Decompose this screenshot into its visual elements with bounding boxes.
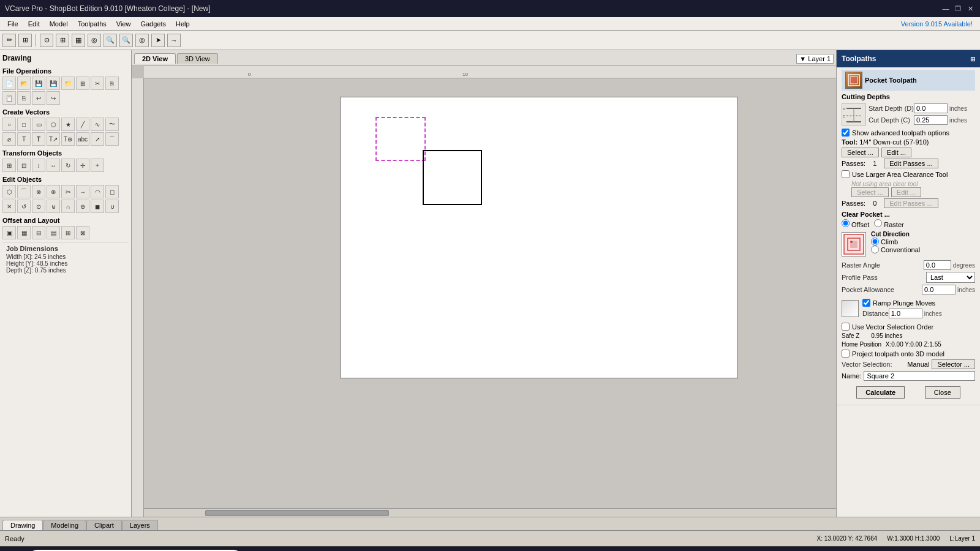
tool-join[interactable]: ⊕ <box>47 185 60 198</box>
area-select-btn[interactable]: Select ... <box>851 187 889 197</box>
ramp-checkbox[interactable] <box>862 299 870 307</box>
toolbar-arrow[interactable]: ➤ <box>151 34 165 47</box>
ramp-distance-input[interactable] <box>889 309 922 318</box>
toolbar-grid2[interactable]: ▦ <box>72 34 85 47</box>
toolbar-zoom2[interactable]: 🔍 <box>119 34 133 47</box>
menu-file[interactable]: File <box>2 19 23 29</box>
tool-paste[interactable]: 📋 <box>2 91 16 105</box>
tool-intersect[interactable]: ∩ <box>61 200 75 213</box>
show-advanced-checkbox[interactable] <box>842 129 850 137</box>
tool-import[interactable]: ⊞ <box>76 77 89 90</box>
pocket-allowance-input[interactable] <box>922 285 956 294</box>
climb-radio[interactable] <box>871 238 879 246</box>
tool-text[interactable]: T <box>17 132 31 146</box>
menu-edit[interactable]: Edit <box>23 19 45 29</box>
toolpaths-options[interactable]: ⊞ <box>970 56 975 62</box>
tab-modeling[interactable]: Modeling <box>43 520 86 530</box>
toolbar-grid[interactable]: ⊞ <box>18 34 32 47</box>
tool-text-bold[interactable]: T <box>32 132 45 146</box>
tool-circle[interactable]: ○ <box>2 118 16 131</box>
tool-rotate[interactable]: ↻ <box>61 159 75 172</box>
tool-text-path[interactable]: T↗ <box>47 132 60 146</box>
scroll-thumb-h[interactable] <box>205 510 389 516</box>
scrollbar-horizontal[interactable] <box>144 508 836 517</box>
tool-cut[interactable]: ✂ <box>91 77 104 90</box>
start-depth-input[interactable] <box>914 103 948 113</box>
tool-array[interactable]: ▤ <box>47 226 60 239</box>
use-larger-area-checkbox[interactable] <box>842 170 850 178</box>
layer-selector[interactable]: ▼ Layer 1 <box>796 54 834 64</box>
toolbar-snap2[interactable]: ⊞ <box>56 34 69 47</box>
taskbar-chrome[interactable]: ● <box>295 548 317 552</box>
raster-angle-input[interactable] <box>924 260 951 270</box>
start-button[interactable] <box>2 548 27 552</box>
tool-chamfer[interactable]: ◻ <box>105 185 119 198</box>
tab-clipart[interactable]: Clipart <box>86 520 122 530</box>
maximize-button[interactable]: ❐ <box>953 4 963 13</box>
tool-offset[interactable]: ⊙ <box>32 200 45 213</box>
tool-wavy[interactable]: 〜 <box>105 118 119 131</box>
tool-copies[interactable]: ⊞ <box>61 226 75 239</box>
menu-help[interactable]: Help <box>171 19 195 29</box>
tool-smooth[interactable]: ⌒ <box>17 185 31 198</box>
tool-union[interactable]: ∪ <box>105 200 119 213</box>
raster-radio[interactable] <box>874 219 882 227</box>
tool-fillet[interactable]: ◠ <box>91 185 104 198</box>
tool-spiral[interactable]: ⌀ <box>2 132 16 146</box>
tool-grid3[interactable]: ▦ <box>17 226 31 239</box>
tool-rect2[interactable]: ▭ <box>32 118 45 131</box>
toolbar-zoom3[interactable]: ◎ <box>135 34 149 47</box>
taskbar-app1[interactable]: 📅 <box>369 548 391 552</box>
taskbar-app3[interactable]: 🐾 <box>442 548 464 552</box>
vector-selection-order-checkbox[interactable] <box>842 323 850 331</box>
tool-shrink[interactable]: ↔ <box>47 159 60 172</box>
tool-extend[interactable]: → <box>76 185 89 198</box>
tool-group[interactable]: ⊞ <box>2 159 16 172</box>
tool-del[interactable]: ✕ <box>2 200 16 213</box>
area-edit-passes-btn[interactable]: Edit Passes ... <box>884 198 938 208</box>
tool-weld[interactable]: ⊌ <box>47 200 60 213</box>
tool-star[interactable]: ★ <box>61 118 75 131</box>
tool-copy[interactable]: ⎘ <box>105 77 119 90</box>
tab-layers[interactable]: Layers <box>122 520 158 530</box>
tool-subtract[interactable]: ⊖ <box>76 200 89 213</box>
selector-btn[interactable]: Selector ... <box>932 359 975 369</box>
tool-align[interactable]: ⊠ <box>76 226 89 239</box>
project-toolpath-checkbox[interactable] <box>842 350 850 358</box>
offset-radio[interactable] <box>842 219 850 227</box>
menu-toolpaths[interactable]: Toolpaths <box>73 19 111 29</box>
taskbar-edge[interactable]: 🌐 <box>418 548 440 552</box>
tool-arrow[interactable]: ↗ <box>91 132 104 146</box>
taskbar-mail[interactable]: ✉ <box>344 548 366 552</box>
toolbar-arrow2[interactable]: → <box>167 34 181 47</box>
tab-drawing[interactable]: Drawing <box>2 520 43 530</box>
tab-2d-view[interactable]: 2D View <box>134 53 176 64</box>
tool-stretch[interactable]: ↕ <box>32 159 45 172</box>
edit-passes-btn[interactable]: Edit Passes ... <box>884 159 938 168</box>
tool-ungroup[interactable]: ⊡ <box>17 159 31 172</box>
tool-text3[interactable]: T⊕ <box>61 132 75 146</box>
tool-reverse[interactable]: ↺ <box>17 200 31 213</box>
tool-line[interactable]: ╱ <box>76 118 89 131</box>
tool-new[interactable]: 📄 <box>2 77 16 90</box>
menu-gadgets[interactable]: Gadgets <box>135 19 171 29</box>
canvas-area[interactable] <box>144 78 836 517</box>
tool-copy2[interactable]: ⎘ <box>17 91 31 105</box>
tool-saveas[interactable]: 💾 <box>47 77 60 90</box>
close-btn[interactable]: Close <box>925 386 960 399</box>
tool-redo[interactable]: ↪ <box>47 91 60 105</box>
taskbar-app5[interactable]: 🦅 <box>491 548 513 552</box>
tool-undo[interactable]: ↩ <box>32 91 45 105</box>
profile-pass-select[interactable]: Last First None <box>926 272 975 283</box>
tool-curve[interactable]: ∿ <box>91 118 104 131</box>
taskbar-store[interactable]: 🛍 <box>320 548 342 552</box>
close-button[interactable]: ✕ <box>965 4 975 13</box>
tool-nesting[interactable]: ⊟ <box>32 226 45 239</box>
tool-pentagon[interactable]: ⬠ <box>47 118 60 131</box>
tool-select-btn[interactable]: Select ... <box>842 148 879 157</box>
calculate-btn[interactable]: Calculate <box>856 386 905 399</box>
tool-open[interactable]: 📂 <box>17 77 31 90</box>
menu-view[interactable]: View <box>111 19 136 29</box>
tool-abc[interactable]: abc <box>76 132 89 146</box>
tool-offset-rect[interactable]: ▣ <box>2 226 16 239</box>
